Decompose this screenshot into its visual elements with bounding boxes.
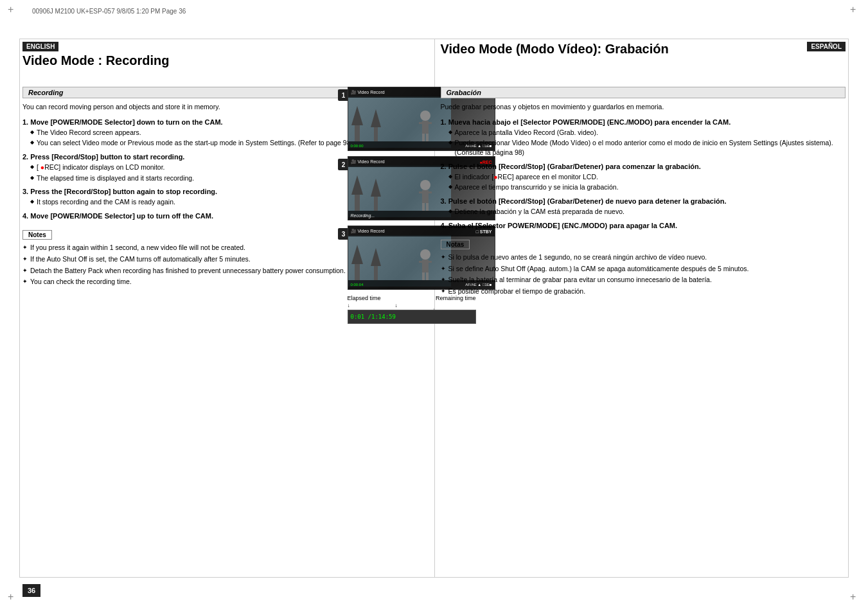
es-step-2-sub-1: El indicador [●REC] aparece en el monito…	[448, 172, 846, 182]
es-step-1: 1. Mueva hacia abajo el [Selector POWER/…	[441, 118, 846, 157]
es-step-1-number: 1. Mueva hacia abajo el [Selector POWER/…	[441, 118, 846, 126]
svg-rect-14	[374, 195, 378, 211]
english-badge: ENGLISH	[22, 42, 58, 51]
nota-2: Si se define Auto Shut Off (Apag. autom.…	[441, 264, 846, 274]
image-1-wrapper: 1	[348, 87, 450, 151]
crosshair-br	[849, 594, 862, 607]
crosshair-tr	[849, 6, 862, 19]
es-step-4-number: 4. Suba el [Selector POWER/MODE] (ENC./M…	[441, 222, 846, 229]
es-step-3-number: 3. Pulse el botón [Record/Stop] (Grabar/…	[441, 197, 846, 205]
grabacion-header: Grabación	[441, 87, 846, 98]
svg-point-27	[420, 249, 430, 260]
left-title: Video Mode : Recording	[22, 53, 428, 68]
right-title: Video Mode (Modo Vídeo): Grabación	[441, 42, 846, 57]
nota-3: Suelte la batería al terminar de grabar …	[441, 275, 846, 285]
svg-point-16	[420, 180, 430, 190]
crosshair-bl	[6, 594, 19, 607]
down-arrow-left: ↓	[348, 303, 350, 308]
es-step-2-subs: El indicador [●REC] aparece en el monito…	[441, 172, 846, 192]
file-reference: 00906J M2100 UK+ESP-057 9/8/05 1:20 PM P…	[32, 8, 186, 15]
left-rule	[19, 39, 20, 578]
es-step-1-sub-2: Puede seleccionar Video Mode (Modo Vídeo…	[448, 138, 846, 157]
left-header: ENGLISH Video Mode : Recording	[22, 42, 428, 73]
elapsed-display: 0:01 /1:14:59	[351, 314, 396, 320]
right-intro: Puede grabar personas y objetos en movim…	[441, 102, 846, 112]
svg-rect-21	[426, 203, 429, 211]
scene-svg-1	[348, 96, 451, 148]
cam-time-3: 0:00:04	[351, 283, 364, 287]
page: + 00906J M2100 UK+ESP-057 9/8/05 1:20 PM…	[0, 0, 868, 613]
cam-title-2: 🎥 Video Record	[351, 159, 385, 164]
svg-rect-30	[427, 261, 432, 263]
scene-svg-2	[348, 166, 451, 217]
nota-1: Si lo pulsa de nuevo antes de 1 segundo,…	[441, 253, 846, 262]
elapsed-label-left: Elapsed time	[348, 295, 381, 301]
right-column: Grabación Puede grabar personas y objeto…	[441, 87, 846, 298]
es-step-4: 4. Suba el [Selector POWER/MODE] (ENC./M…	[441, 222, 846, 229]
svg-rect-11	[348, 166, 451, 217]
svg-rect-3	[374, 125, 378, 141]
center-images: 1	[335, 87, 450, 324]
main-content: Recording You can record moving person a…	[22, 87, 846, 574]
svg-rect-31	[422, 272, 425, 280]
svg-rect-18	[419, 191, 423, 193]
svg-rect-19	[427, 191, 432, 193]
notas-list: Si lo pulsa de nuevo antes de 1 segundo,…	[441, 253, 846, 296]
es-step-3-sub-1: Detiene la grabación y la CAM está prepa…	[448, 207, 846, 217]
cam-title-3: 🎥 Video Record	[351, 229, 385, 234]
svg-rect-22	[348, 235, 451, 287]
svg-rect-0	[348, 96, 451, 148]
notas-box: Notas	[441, 240, 470, 249]
right-steps: 1. Mueva hacia abajo el [Selector POWER/…	[441, 118, 846, 229]
es-step-3-subs: Detiene la grabación y la CAM está prepa…	[441, 207, 846, 217]
cam-time-1: 0:00:00	[351, 144, 364, 148]
espanol-badge: ESPAÑOL	[807, 42, 846, 51]
page-number: 36	[22, 584, 40, 597]
image-3-wrapper: 3	[348, 226, 450, 290]
es-step-2-number: 2. Pulse el botón [Record/Stop] (Grabar/…	[441, 163, 846, 170]
svg-rect-25	[374, 264, 378, 280]
scene-svg-3	[348, 235, 451, 287]
down-arrow-right: ↓	[395, 303, 398, 308]
es-step-2-sub-2: Aparece el tiempo transcurrido y se inic…	[448, 182, 846, 192]
image-2-wrapper: 2	[348, 156, 450, 220]
right-rule	[848, 39, 849, 578]
svg-point-5	[420, 111, 430, 121]
svg-rect-32	[426, 272, 429, 280]
cam-title-1: 🎥 Video Record	[351, 90, 385, 95]
right-header: ESPAÑOL Video Mode (Modo Vídeo): Grabaci…	[441, 42, 846, 62]
svg-rect-8	[427, 122, 432, 124]
svg-rect-10	[426, 134, 429, 141]
es-step-2: 2. Pulse el botón [Record/Stop] (Grabar/…	[441, 163, 846, 192]
es-step-1-sub-1: Aparece la pantalla Video Record (Grab. …	[448, 128, 846, 138]
svg-rect-20	[422, 203, 425, 211]
cam-recording-text: Recording...	[351, 213, 375, 218]
elapsed-arrow-row: ↓ ↓	[348, 303, 476, 308]
svg-rect-9	[422, 134, 425, 141]
es-step-3: 3. Pulse el botón [Record/Stop] (Grabar/…	[441, 197, 846, 217]
notes-box: Notes	[22, 230, 52, 240]
nota-4: Es posible comprobar el tiempo de grabac…	[441, 287, 846, 296]
crosshair-tl	[6, 6, 19, 19]
elapsed-bar: 0:01 /1:14:59	[348, 310, 476, 324]
svg-rect-7	[419, 122, 423, 124]
elapsed-diagram: Elapsed time Remaining time ↓ ↓ 0:01 /1:…	[348, 295, 476, 324]
es-step-1-subs: Aparece la pantalla Video Record (Grab. …	[441, 128, 846, 157]
svg-rect-29	[419, 261, 423, 263]
